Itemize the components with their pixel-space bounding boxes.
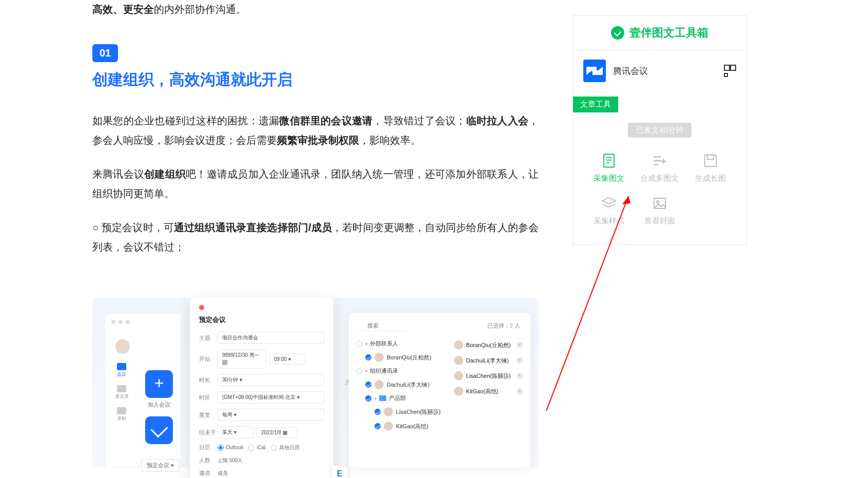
end-sel-input[interactable]: 某天 ▾ (218, 426, 253, 438)
publish-time: 已发文40分钟 (628, 123, 692, 138)
avatar (384, 422, 393, 431)
schedule-title: 预定会议 (199, 315, 324, 324)
tree-external[interactable]: ▾外部联系人 (356, 337, 450, 350)
contact-float-icon[interactable]: E (331, 466, 348, 478)
start-date-input[interactable]: 9999/12/30 周一 ▦ (218, 349, 266, 369)
tab-meeting[interactable]: 会议 (112, 363, 131, 378)
org-row[interactable]: 腾讯会议 (573, 50, 746, 91)
toolbox-header: 壹伴图文工具箱 (573, 16, 746, 50)
selected-item: LisaChen(陈丽莎)× (454, 368, 523, 384)
tree-org[interactable]: ▾组织通讯录 (356, 365, 450, 377)
duration-input[interactable]: 30分钟 ▾ (218, 374, 324, 386)
invite-text: 成员 (218, 470, 228, 477)
intro-text: 高效、更安全的内外部协作沟通。 (92, 0, 539, 18)
tool-merge[interactable]: 合成多图文 (634, 147, 685, 189)
selected-item: DachuiLi(李大锤)× (454, 353, 523, 368)
tool-view-cover[interactable]: 查看封面 (634, 189, 685, 232)
tool-longimage[interactable]: 生成长图 (685, 147, 736, 189)
save-icon (702, 153, 719, 168)
topic-input[interactable]: 项目合作沟通会 (218, 332, 324, 344)
svg-rect-9 (705, 155, 717, 167)
capacity-text: 上限 500人 (218, 457, 243, 464)
timezone-input[interactable]: (GMT+08:00)中国标准时间-北京 ▾ (218, 391, 324, 404)
avatar (115, 339, 130, 354)
avatar (454, 356, 463, 365)
close-dot-icon[interactable] (199, 305, 204, 310)
avatar (454, 371, 463, 380)
schedule-card: 预定会议 主题项目合作沟通会 开始9999/12/30 周一 ▦09:00 ▾ … (190, 298, 333, 478)
toolbox-sidebar: 壹伴图文工具箱 腾讯会议 文章工具 已发文40分钟 采集图文 合成多图文 生成长… (573, 15, 747, 245)
confirm-button[interactable] (145, 416, 173, 444)
selected-item: BoranQiu(丘柏然)× (454, 337, 523, 353)
cal-other-radio[interactable]: 其他日历 (271, 444, 300, 451)
svg-point-13 (657, 201, 659, 203)
remove-icon[interactable]: × (516, 341, 523, 349)
svg-rect-0 (604, 155, 614, 167)
record-icon (117, 407, 126, 414)
join-label: 加入会议 (145, 401, 173, 409)
avatar (454, 340, 463, 350)
tab-record[interactable]: 录制 (112, 407, 131, 422)
search-input[interactable] (356, 320, 407, 331)
cal-outlook-radio[interactable]: Outlook (218, 445, 243, 451)
avatar (374, 380, 384, 389)
tree-dept[interactable]: ▾产品部 (365, 392, 450, 405)
app-sidebar-mock: 会议 通讯录 录制 + 加入会议 预定会议 ▾ (105, 313, 182, 467)
cal-ical-radio[interactable]: iCal (248, 445, 265, 451)
tool-collect-article[interactable]: 采集图文 (583, 147, 634, 189)
remove-icon[interactable]: × (516, 388, 523, 395)
window-dots-icon (111, 320, 130, 324)
tencent-meeting-icon (583, 60, 606, 82)
start-time-input[interactable]: 09:00 ▾ (269, 354, 305, 365)
repeat-input[interactable]: 每周 ▾ (218, 409, 324, 421)
tool-collect-style[interactable]: 采集样式 (583, 189, 634, 232)
selected-count: 已选择：2 人 (487, 322, 520, 330)
illustration: 会议 通讯录 录制 + 加入会议 预定会议 ▾ 预定会议 主题项目合作沟通会 开… (92, 298, 539, 467)
avatar (454, 387, 463, 396)
tree-person[interactable]: KitGao(高恺) (374, 419, 450, 433)
selected-item: KitGao(高恺)× (454, 384, 523, 399)
check-circle-icon (611, 26, 624, 40)
avatar (374, 353, 384, 362)
selector-card: 已选择：2 人 ▾外部联系人 BoranQiu(丘柏然) ▾组织通讯录 Dach… (349, 313, 530, 467)
folder-icon (379, 395, 386, 401)
video-icon (117, 363, 126, 370)
section-title: 创建组织，高效沟通就此开启 (92, 69, 539, 90)
svg-rect-10 (707, 155, 714, 160)
end-date-input[interactable]: 2022/1/8 ▦ (257, 427, 298, 438)
section-tag: 文章工具 (573, 97, 618, 112)
join-button[interactable]: + (145, 370, 173, 398)
layers-icon (601, 196, 617, 211)
qrcode-icon[interactable] (724, 65, 736, 77)
tree-person[interactable]: DachuiLi(李大锤) (365, 377, 450, 392)
schedule-dropdown[interactable]: 预定会议 ▾ (141, 459, 180, 472)
paragraph-2: 来腾讯会议创建组织吧！邀请成员加入企业通讯录，团队纳入统一管理，还可添加外部联系… (92, 164, 539, 203)
section-number: 01 (92, 44, 118, 62)
remove-icon[interactable]: × (516, 372, 523, 379)
paragraph-3: ○ 预定会议时，可通过组织通讯录直接选择部门/成员，若时间变更调整，自动同步给所… (92, 218, 539, 257)
tree-person[interactable]: LisaChen(陈丽莎) (374, 405, 450, 419)
paragraph-1: 如果您的企业也碰到过这样的困扰：遗漏微信群里的会议邀请，导致错过了会议；临时拉人… (92, 111, 539, 150)
avatar (384, 407, 393, 416)
document-icon (601, 153, 617, 168)
tree-person[interactable]: BoranQiu(丘柏然) (365, 350, 450, 365)
tab-contacts[interactable]: 通讯录 (112, 385, 131, 400)
list-plus-icon (652, 153, 668, 168)
remove-icon[interactable]: × (516, 357, 523, 364)
contacts-icon (117, 385, 126, 392)
svg-marker-11 (602, 198, 615, 204)
image-icon (652, 196, 668, 211)
